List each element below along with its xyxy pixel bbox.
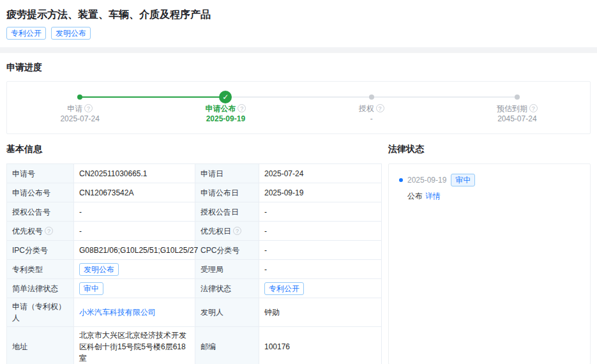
field-label: 优先权号? (7, 222, 74, 241)
table-row: 申请公布号 CN120673542A 申请公布日 2025-09-19 (7, 183, 382, 202)
step-label: 授权 (359, 104, 374, 113)
field-label: 申请日 (195, 164, 259, 183)
check-icon: ✓ (219, 91, 232, 103)
legal-status-heading: 法律状态 (388, 144, 591, 155)
field-value: 专利公开 (259, 279, 382, 298)
table-row: 地址 北京市大兴区北京经济技术开发区科创十街15号院5号楼6层618室 邮编 1… (7, 327, 382, 364)
table-row: 申请号 CN202511030665.1 申请日 2025-07-24 (7, 164, 382, 183)
step-marker-expiry (515, 95, 520, 100)
basic-info-table: 申请号 CN202511030665.1 申请日 2025-07-24 申请公布… (6, 163, 382, 364)
field-value: 钟勋 (259, 298, 382, 327)
field-value: 2025-07-24 (259, 164, 382, 183)
field-value: - (74, 222, 195, 241)
field-label: 授权公告日 (195, 202, 259, 222)
bullet-icon (399, 178, 403, 182)
step-date: 2045-07-24 (444, 114, 590, 124)
legal-status-detail-link[interactable]: 详情 (425, 192, 441, 201)
field-label: 优先权日? (195, 222, 259, 241)
legal-status-section: 法律状态 2025-09-19 审中 公布详情 (388, 144, 591, 364)
timeline-track-done (80, 96, 225, 98)
help-icon[interactable]: ? (233, 227, 241, 235)
basic-info-heading: 基本信息 (6, 144, 381, 155)
field-value: 小米汽车科技有限公司 (74, 298, 195, 327)
field-label: CPC分类号 (195, 241, 259, 260)
field-label: IPC分类号 (7, 241, 74, 260)
progress-heading: 申请进度 (6, 62, 591, 73)
step-label: 申请公布 (205, 104, 236, 113)
section-divider (0, 47, 597, 53)
field-value: - (259, 241, 382, 260)
field-value: - (74, 202, 195, 222)
field-label: 申请（专利权）人 (7, 298, 74, 327)
field-value: CN120673542A (74, 183, 195, 202)
step-marker-granted (369, 95, 374, 100)
field-label: 申请公布号 (7, 183, 74, 202)
table-row: IPC分类号 G08B21/06;G10L25/51;G10L25/27 CPC… (7, 241, 382, 260)
legal-status-tag: 专利公开 (264, 282, 304, 295)
timeline-step-expiry: 预估到期? 2045-07-24 (444, 104, 590, 124)
field-value: - (259, 202, 382, 222)
help-icon[interactable]: ? (376, 104, 384, 112)
applicant-link[interactable]: 小米汽车科技有限公司 (79, 308, 156, 317)
patent-header: 疲劳提示方法、装置、车辆、介质及程序产品 专利公开 发明公布 (0, 0, 597, 40)
patent-tag-row: 专利公开 发明公布 (6, 27, 591, 40)
table-row: 专利类型 发明公布 受理局 - (7, 260, 382, 279)
table-row: 授权公告号 - 授权公告日 - (7, 202, 382, 222)
legal-status-panel: 2025-09-19 审中 公布详情 (388, 163, 591, 364)
legal-status-entry: 2025-09-19 审中 公布详情 (399, 174, 580, 202)
basic-info-section: 基本信息 申请号 CN202511030665.1 申请日 2025-07-24… (6, 144, 381, 364)
field-label: 申请号 (7, 164, 74, 183)
field-value: 审中 (74, 279, 195, 298)
field-label: 邮编 (195, 327, 259, 364)
step-marker-published: ✓ (219, 91, 232, 103)
help-icon[interactable]: ? (529, 104, 538, 112)
legal-status-state-tag: 审中 (451, 174, 475, 186)
page-title: 疲劳提示方法、装置、车辆、介质及程序产品 (6, 8, 591, 21)
field-label: 申请公布日 (195, 183, 259, 202)
table-row: 简单法律状态 审中 法律状态 专利公开 (7, 279, 382, 298)
help-icon[interactable]: ? (84, 104, 93, 112)
field-label: 地址 (7, 327, 74, 364)
patent-type-tag: 发明公布 (51, 27, 91, 40)
step-date: 2025-07-24 (7, 114, 153, 124)
field-value: 100176 (259, 327, 382, 364)
help-icon[interactable]: ? (238, 104, 246, 112)
legal-status-date: 2025-09-19 (407, 176, 446, 185)
field-value: - (259, 222, 382, 241)
step-label: 预估到期 (497, 104, 527, 113)
field-value: - (259, 260, 382, 279)
simple-legal-status-tag: 审中 (79, 282, 103, 295)
field-value: 2025-09-19 (259, 183, 382, 202)
progress-timeline: ✓ 申请? 2025-07-24 申请公布? 2025-09-19 授权? - … (6, 81, 591, 134)
patent-status-tag: 专利公开 (6, 27, 46, 40)
field-label: 授权公告号 (7, 202, 74, 222)
legal-status-action: 公布 (407, 192, 423, 201)
field-value: CN202511030665.1 (74, 164, 195, 183)
field-value: G08B21/06;G10L25/51;G10L25/27 (74, 241, 195, 260)
timeline-step-published: 申请公布? 2025-09-19 (153, 104, 298, 124)
table-row: 优先权号? - 优先权日? - (7, 222, 382, 241)
step-label: 申请 (67, 104, 82, 113)
timeline-step-filed: 申请? 2025-07-24 (7, 104, 153, 124)
timeline-step-granted: 授权? - (299, 104, 444, 124)
step-date: - (299, 114, 444, 124)
field-label: 简单法律状态 (7, 279, 74, 298)
field-value: 发明公布 (74, 260, 195, 279)
field-label: 受理局 (195, 260, 259, 279)
help-icon[interactable]: ? (45, 227, 53, 235)
table-row: 申请（专利权）人 小米汽车科技有限公司 发明人 钟勋 (7, 298, 382, 327)
field-value: 北京市大兴区北京经济技术开发区科创十街15号院5号楼6层618室 (74, 327, 195, 364)
field-label: 法律状态 (195, 279, 259, 298)
field-label: 专利类型 (7, 260, 74, 279)
step-marker-filed (77, 95, 82, 100)
patent-type-tag: 发明公布 (79, 263, 119, 276)
field-label: 发明人 (195, 298, 259, 327)
step-date: 2025-09-19 (153, 114, 298, 124)
